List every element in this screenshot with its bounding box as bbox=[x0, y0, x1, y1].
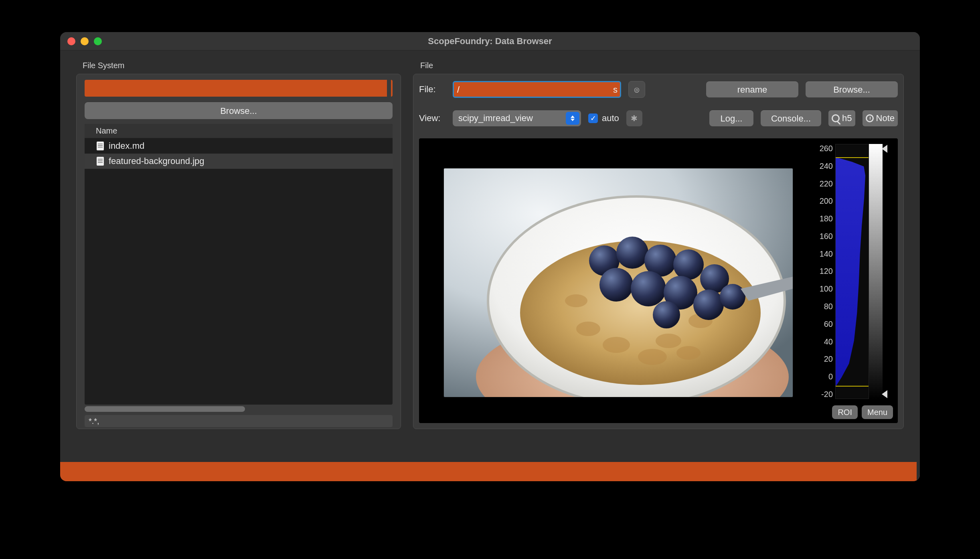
tree-header-name: Name bbox=[85, 124, 393, 138]
minimize-icon[interactable] bbox=[81, 37, 89, 45]
window-title: ScopeFoundry: Data Browser bbox=[428, 36, 552, 47]
zoom-icon[interactable] bbox=[94, 37, 102, 45]
level-max-handle-icon[interactable] bbox=[882, 145, 887, 153]
tick: 60 bbox=[814, 320, 833, 329]
tick: 100 bbox=[814, 284, 833, 294]
histogram-fill bbox=[836, 157, 865, 387]
path-input-redacted[interactable] bbox=[85, 80, 393, 97]
svg-point-18 bbox=[599, 268, 633, 302]
h5-label: h5 bbox=[842, 113, 852, 124]
filesystem-panel: Browse... Name index.md featured-backgro… bbox=[76, 74, 401, 429]
roi-button[interactable]: ROI bbox=[832, 405, 858, 419]
svg-point-22 bbox=[720, 284, 745, 310]
tick: 260 bbox=[814, 144, 833, 153]
window-controls bbox=[67, 37, 102, 45]
image-canvas[interactable] bbox=[419, 138, 814, 423]
file-panel: File: / s ◎ rename Browse... View: scipy… bbox=[413, 74, 904, 429]
level-min-line[interactable] bbox=[836, 386, 869, 387]
tick: 0 bbox=[814, 372, 833, 381]
tick: 180 bbox=[814, 214, 833, 223]
filesystem-label: File System bbox=[83, 61, 124, 70]
tick: 40 bbox=[814, 337, 833, 346]
file-tree[interactable]: Name index.md featured-background.jpg bbox=[85, 124, 393, 405]
svg-point-12 bbox=[676, 346, 701, 360]
svg-point-19 bbox=[631, 271, 666, 306]
log-button[interactable]: Log... bbox=[709, 110, 753, 126]
file-path-input[interactable]: / s bbox=[453, 81, 621, 98]
select-arrows-icon bbox=[566, 112, 579, 125]
view-field-label: View: bbox=[419, 113, 445, 124]
tick: 80 bbox=[814, 302, 833, 311]
svg-point-6 bbox=[603, 337, 630, 353]
note-button[interactable]: Note bbox=[863, 110, 898, 126]
file-row[interactable]: index.md bbox=[85, 138, 393, 154]
tick: 140 bbox=[814, 249, 833, 259]
view-select-value: scipy_imread_view bbox=[458, 113, 533, 124]
file-icon bbox=[97, 157, 104, 166]
search-icon bbox=[832, 114, 840, 122]
file-panel-label: File bbox=[420, 61, 433, 70]
preview-image bbox=[444, 168, 793, 397]
level-min-handle-icon[interactable] bbox=[882, 390, 887, 398]
tick: -20 bbox=[814, 390, 833, 399]
settings-button[interactable]: ✱ bbox=[626, 110, 642, 126]
note-label: Note bbox=[876, 113, 895, 124]
view-select[interactable]: scipy_imread_view bbox=[453, 110, 581, 126]
browse-button[interactable]: Browse... bbox=[806, 81, 898, 97]
level-max-line[interactable] bbox=[836, 157, 869, 158]
auto-label: auto bbox=[602, 113, 619, 124]
titlebar: ScopeFoundry: Data Browser bbox=[60, 32, 920, 51]
file-field-label: File: bbox=[419, 84, 445, 95]
tick: 200 bbox=[814, 196, 833, 206]
rename-button[interactable]: rename bbox=[706, 81, 798, 97]
tick: 240 bbox=[814, 162, 833, 171]
svg-point-10 bbox=[565, 294, 587, 307]
svg-point-14 bbox=[616, 237, 648, 269]
file-icon bbox=[97, 142, 104, 150]
histogram-plot[interactable] bbox=[835, 144, 869, 399]
path-prefix: / bbox=[457, 85, 460, 95]
tick: 220 bbox=[814, 179, 833, 188]
filter-input[interactable]: *.*, bbox=[85, 415, 393, 427]
image-viewer: 260 240 220 200 180 160 140 120 100 80 6… bbox=[419, 138, 898, 423]
console-button[interactable]: Console... bbox=[761, 110, 821, 126]
auto-checkbox[interactable]: ✓ bbox=[588, 113, 598, 123]
clock-icon bbox=[866, 114, 874, 122]
file-row[interactable]: featured-background.jpg bbox=[85, 154, 393, 169]
reveal-button[interactable]: ◎ bbox=[628, 81, 645, 98]
app-window: ScopeFoundry: Data Browser File System B… bbox=[60, 32, 920, 481]
status-bar-redacted bbox=[60, 462, 920, 481]
colormap-gradient[interactable] bbox=[869, 144, 883, 399]
tick: 160 bbox=[814, 232, 833, 241]
path-suffix: s bbox=[613, 85, 618, 95]
svg-point-16 bbox=[673, 249, 704, 280]
histogram-panel: 260 240 220 200 180 160 140 120 100 80 6… bbox=[814, 138, 898, 423]
fs-browse-button[interactable]: Browse... bbox=[85, 102, 393, 119]
fingerprint-icon: ◎ bbox=[634, 86, 640, 93]
close-icon[interactable] bbox=[67, 37, 75, 45]
svg-point-7 bbox=[656, 334, 681, 348]
tick: 120 bbox=[814, 267, 833, 276]
gear-icon: ✱ bbox=[631, 113, 638, 123]
tick: 20 bbox=[814, 354, 833, 364]
filter-value: *.*, bbox=[89, 417, 99, 426]
h-scrollbar[interactable] bbox=[85, 406, 245, 412]
svg-point-11 bbox=[638, 349, 667, 365]
histogram-ticks: 260 240 220 200 180 160 140 120 100 80 6… bbox=[814, 138, 835, 423]
svg-point-23 bbox=[653, 301, 680, 328]
svg-point-21 bbox=[693, 290, 724, 320]
h5-search-button[interactable]: h5 bbox=[828, 110, 855, 126]
file-name: index.md bbox=[109, 141, 144, 151]
menu-button[interactable]: Menu bbox=[862, 405, 893, 419]
file-name: featured-background.jpg bbox=[109, 156, 205, 166]
svg-point-5 bbox=[576, 322, 600, 336]
